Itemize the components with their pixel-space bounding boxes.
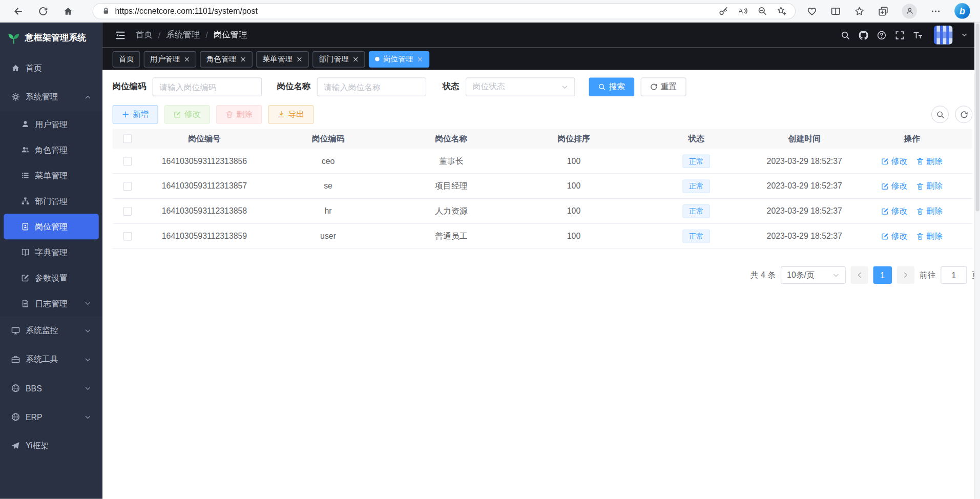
delete-button[interactable]: 删除 bbox=[216, 105, 262, 124]
breadcrumb-current-page: 岗位管理 bbox=[214, 29, 247, 40]
sidebar-item-dept-management[interactable]: 部门管理 bbox=[0, 188, 102, 214]
page-number-1[interactable]: 1 bbox=[873, 266, 892, 284]
page-size-select[interactable]: 10条/页 bbox=[781, 266, 846, 284]
browser-back-button[interactable] bbox=[9, 2, 28, 20]
read-aloud-icon[interactable] bbox=[738, 6, 747, 15]
user-menu-caret-icon[interactable] bbox=[962, 32, 968, 38]
pagination: 共 4 条 10条/页 1 前往 页 bbox=[113, 266, 980, 284]
show-search-button[interactable] bbox=[931, 106, 949, 123]
url-text[interactable]: https://ccnetcore.com:1101/system/post bbox=[115, 6, 257, 15]
main-panel: 首页 / 系统管理 / 岗位管理 bbox=[102, 23, 980, 499]
export-button[interactable]: 导出 bbox=[268, 105, 314, 124]
logo-leaf-icon bbox=[8, 32, 20, 44]
user-avatar[interactable] bbox=[934, 26, 953, 45]
sidebar-group-bbs[interactable]: BBS bbox=[0, 374, 102, 403]
select-all-checkbox[interactable] bbox=[123, 134, 132, 143]
tab-post-management[interactable]: 岗位管理 bbox=[369, 51, 429, 67]
tab-user-management[interactable]: 用户管理 bbox=[144, 51, 196, 67]
table-row: 1641030593112313859 user 普通员工 100 正常 202… bbox=[113, 224, 973, 249]
sidebar-item-dict-management[interactable]: 字典管理 bbox=[0, 239, 102, 265]
password-key-icon[interactable] bbox=[719, 6, 728, 15]
reset-button[interactable]: 重置 bbox=[641, 77, 686, 96]
row-checkbox[interactable] bbox=[123, 232, 132, 240]
sidebar-group-system-monitor[interactable]: 系统监控 bbox=[0, 316, 102, 345]
prev-page-button[interactable] bbox=[851, 266, 868, 284]
zoom-icon[interactable] bbox=[758, 6, 767, 15]
row-delete-button[interactable]: 删除 bbox=[916, 180, 943, 192]
collections-icon[interactable] bbox=[878, 6, 888, 16]
search-button-label: 搜索 bbox=[609, 81, 625, 93]
search-button[interactable]: 搜索 bbox=[589, 77, 634, 96]
chevron-down-icon bbox=[85, 356, 91, 363]
status-badge: 正常 bbox=[682, 229, 710, 243]
goto-page-input[interactable] bbox=[941, 266, 967, 284]
tab-role-management[interactable]: 角色管理 bbox=[200, 51, 252, 67]
refresh-table-button[interactable] bbox=[955, 106, 972, 123]
sidebar-group-log-management[interactable]: 日志管理 bbox=[0, 290, 102, 316]
breadcrumb-home[interactable]: 首页 bbox=[136, 29, 153, 40]
sidebar-item-user-management[interactable]: 用户管理 bbox=[0, 111, 102, 137]
browser-home-button[interactable] bbox=[59, 2, 78, 20]
close-icon[interactable] bbox=[352, 56, 359, 62]
sidebar-item-home[interactable]: 首页 bbox=[0, 54, 102, 82]
cell-post-id: 1641030593112313859 bbox=[142, 231, 266, 240]
add-button[interactable]: 新增 bbox=[113, 105, 158, 124]
reset-button-label: 重置 bbox=[661, 81, 677, 93]
close-icon[interactable] bbox=[240, 56, 246, 62]
edit-button[interactable]: 修改 bbox=[164, 105, 210, 124]
search-icon[interactable] bbox=[841, 30, 850, 39]
browser-settings-icon[interactable] bbox=[931, 6, 941, 16]
row-checkbox[interactable] bbox=[123, 181, 132, 190]
help-icon[interactable] bbox=[877, 30, 886, 39]
system-management-submenu: 用户管理 角色管理 菜单管理 部门管理 bbox=[0, 111, 102, 316]
post-name-input[interactable] bbox=[317, 77, 427, 96]
row-edit-button[interactable]: 修改 bbox=[881, 205, 907, 217]
row-checkbox[interactable] bbox=[123, 206, 132, 215]
row-checkbox[interactable] bbox=[123, 157, 132, 165]
row-delete-button[interactable]: 删除 bbox=[916, 155, 943, 167]
sidebar-group-system-tools[interactable]: 系统工具 bbox=[0, 345, 102, 373]
row-delete-button[interactable]: 删除 bbox=[916, 231, 943, 242]
row-delete-button[interactable]: 删除 bbox=[916, 205, 943, 217]
menu-label: 部门管理 bbox=[35, 195, 67, 206]
row-edit-button[interactable]: 修改 bbox=[881, 180, 907, 192]
sidebar-group-erp[interactable]: ERP bbox=[0, 403, 102, 431]
next-page-button[interactable] bbox=[897, 266, 914, 284]
page-scrollbar[interactable] bbox=[974, 23, 980, 499]
sidebar-toggle-icon[interactable] bbox=[115, 30, 126, 40]
row-edit-button[interactable]: 修改 bbox=[881, 231, 907, 242]
sidebar-item-yi-framework[interactable]: Yi框架 bbox=[0, 431, 102, 460]
sidebar-item-menu-management[interactable]: 菜单管理 bbox=[0, 162, 102, 188]
sidebar-item-param-settings[interactable]: 参数设置 bbox=[0, 265, 102, 290]
cell-created-time: 2023-03-29 18:52:37 bbox=[758, 181, 851, 191]
favorites-icon[interactable] bbox=[854, 6, 865, 16]
trash-icon bbox=[916, 232, 924, 240]
post-code-input[interactable] bbox=[153, 77, 262, 96]
close-icon[interactable] bbox=[184, 56, 190, 62]
tab-dept-management[interactable]: 部门管理 bbox=[312, 51, 365, 67]
page-header: 首页 / 系统管理 / 岗位管理 bbox=[102, 23, 980, 48]
address-bar[interactable]: https://ccnetcore.com:1101/system/post bbox=[93, 3, 796, 19]
github-icon[interactable] bbox=[859, 30, 868, 39]
scrollbar-thumb[interactable] bbox=[976, 24, 979, 211]
browser-profile-avatar[interactable] bbox=[902, 4, 917, 18]
bing-icon[interactable]: b bbox=[954, 3, 970, 19]
row-edit-button[interactable]: 修改 bbox=[881, 155, 907, 167]
tab-menu-management[interactable]: 菜单管理 bbox=[256, 51, 308, 67]
chevron-left-icon bbox=[856, 272, 863, 279]
font-size-icon[interactable] bbox=[913, 30, 923, 39]
status-select[interactable]: 岗位状态 bbox=[466, 77, 575, 96]
tab-home[interactable]: 首页 bbox=[113, 51, 140, 67]
sidebar-group-system-management[interactable]: 系统管理 bbox=[0, 82, 102, 111]
browser-refresh-button[interactable] bbox=[34, 2, 53, 20]
sidebar-item-role-management[interactable]: 角色管理 bbox=[0, 137, 102, 162]
add-favorite-icon[interactable] bbox=[777, 6, 786, 15]
user-icon bbox=[21, 120, 29, 128]
close-icon[interactable] bbox=[417, 56, 423, 62]
fullscreen-icon[interactable] bbox=[895, 30, 904, 39]
close-icon[interactable] bbox=[296, 56, 302, 62]
split-screen-icon[interactable] bbox=[831, 6, 841, 16]
sidebar-item-post-management[interactable]: 岗位管理 bbox=[4, 214, 98, 239]
browser-essentials-icon[interactable] bbox=[807, 6, 817, 16]
site-lock-icon[interactable] bbox=[102, 7, 110, 15]
